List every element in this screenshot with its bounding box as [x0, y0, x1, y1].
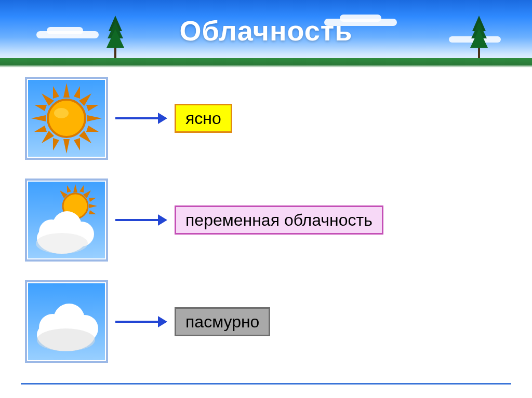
footer-divider [21, 383, 511, 385]
svg-marker-9 [63, 139, 70, 154]
svg-marker-21 [53, 138, 59, 150]
svg-marker-20 [74, 138, 80, 150]
svg-point-45 [37, 328, 95, 351]
svg-marker-14 [42, 93, 54, 106]
svg-marker-31 [67, 185, 71, 193]
svg-marker-16 [74, 86, 80, 99]
svg-point-25 [54, 108, 69, 118]
svg-point-24 [48, 100, 85, 137]
svg-marker-26 [73, 184, 77, 193]
svg-marker-12 [79, 93, 91, 106]
weather-row: переменная облачность [25, 179, 516, 262]
svg-marker-15 [79, 131, 91, 143]
arrow-icon [115, 314, 167, 330]
sun-cloud-icon [25, 179, 108, 262]
sun-icon [25, 77, 108, 160]
slide-header: Облачность [0, 0, 532, 67]
svg-marker-13 [42, 131, 54, 143]
svg-marker-19 [86, 126, 99, 132]
svg-marker-18 [86, 105, 99, 111]
slide-content: ясно [0, 67, 532, 363]
slide-title: Облачность [0, 15, 532, 47]
arrow-icon [115, 212, 167, 228]
svg-marker-30 [79, 185, 84, 193]
label-partly-cloudy: переменная облачность [175, 205, 383, 235]
svg-marker-22 [34, 126, 47, 132]
cloud-icon [25, 280, 108, 363]
header-ground [0, 58, 532, 67]
svg-marker-33 [89, 210, 96, 214]
weather-row: пасмурно [25, 280, 516, 363]
svg-marker-32 [89, 198, 96, 202]
weather-row: ясно [25, 77, 516, 160]
svg-point-39 [36, 233, 88, 254]
svg-marker-27 [89, 204, 97, 208]
svg-marker-11 [87, 115, 102, 121]
arrow-icon [115, 111, 167, 126]
label-overcast: пасмурно [175, 307, 270, 336]
svg-marker-10 [31, 115, 46, 121]
svg-marker-8 [63, 83, 70, 98]
svg-marker-23 [34, 105, 47, 111]
label-clear: ясно [175, 104, 232, 133]
svg-marker-17 [53, 86, 59, 99]
